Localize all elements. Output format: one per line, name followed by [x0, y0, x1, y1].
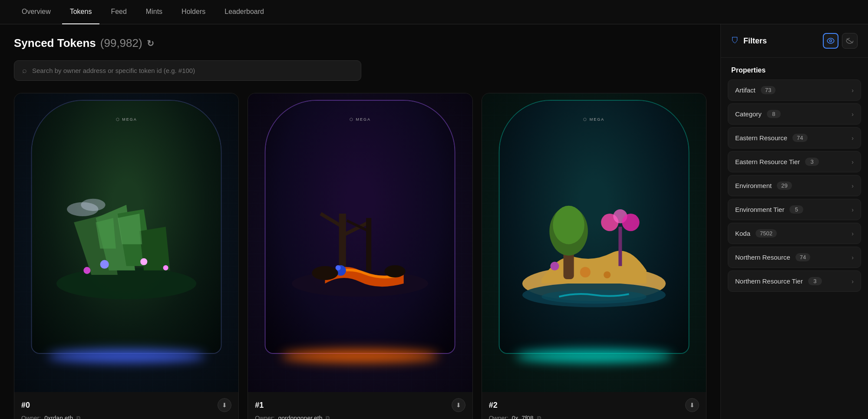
filter-badge-eastern-resource-tier: 3 — [805, 158, 819, 166]
svg-point-12 — [81, 199, 105, 211]
filter-left-eastern-resource: Eastern Resource 74 — [735, 134, 808, 142]
download-btn-1[interactable]: ⬇ — [452, 398, 465, 412]
filter-badge-category: 8 — [767, 110, 781, 118]
nav-item-leaderboard[interactable]: Leaderboard — [217, 0, 272, 24]
svg-point-36 — [830, 40, 832, 42]
filter-name-northern-resource-tier: Northern Resource Tier — [735, 277, 803, 285]
chevron-environment: › — [851, 182, 854, 189]
copy-icon-0[interactable]: ⧉ — [76, 415, 80, 419]
svg-point-9 — [83, 267, 90, 274]
nav-item-mints[interactable]: Mints — [138, 0, 170, 24]
filter-name-environment-tier: Environment Tier — [735, 206, 784, 213]
glow-2 — [515, 350, 672, 363]
glow-1 — [282, 350, 439, 363]
token-id-0: #0 — [21, 401, 30, 410]
filter-name-environment: Environment — [735, 182, 772, 189]
nav-item-feed[interactable]: Feed — [103, 0, 134, 24]
card-bg-2: ⬡ MEGA — [482, 93, 706, 392]
svg-marker-6 — [118, 214, 142, 244]
owner-row-2: Owner: 0x..7f08 ⧉ — [489, 415, 699, 419]
page-title: Synced Tokens (99,982) ↻ — [14, 36, 154, 50]
chevron-northern-resource: › — [851, 254, 854, 261]
chevron-northern-resource-tier: › — [851, 278, 854, 285]
filter-badge-environment: 29 — [777, 181, 792, 190]
view-btn-visible[interactable] — [823, 33, 838, 49]
chevron-koda: › — [851, 230, 854, 237]
filter-badge-environment-tier: 5 — [789, 205, 803, 214]
svg-point-27 — [553, 206, 584, 244]
token-image-1: ⬡ MEGA — [248, 93, 472, 392]
svg-point-33 — [580, 267, 591, 277]
filter-badge-artifact: 73 — [761, 86, 776, 94]
nav-item-holders[interactable]: Holders — [174, 0, 213, 24]
copy-icon-1[interactable]: ⧉ — [326, 415, 330, 419]
filter-row-environment-tier[interactable]: Environment Tier 5 › — [728, 199, 861, 220]
title-text: Synced Tokens — [14, 36, 96, 50]
header-row: Synced Tokens (99,982) ↻ — [14, 36, 706, 50]
filter-badge-northern-resource-tier: 3 — [808, 277, 822, 285]
filter-row-northern-resource-tier[interactable]: Northern Resource Tier 3 › — [728, 271, 861, 292]
filter-header: ⛉ Filters — [721, 24, 868, 58]
token-footer-2: #2 ⬇ Owner: 0x..7f08 ⧉ — [482, 392, 706, 419]
chevron-eastern-resource-tier: › — [851, 158, 854, 165]
island-art-2 — [506, 159, 681, 338]
filter-row-northern-resource[interactable]: Northern Resource 74 › — [728, 247, 861, 268]
svg-point-22 — [385, 265, 406, 277]
svg-point-32 — [541, 290, 647, 304]
card-bg-1: ⬡ MEGA — [248, 93, 472, 392]
token-card-2[interactable]: ⬡ MEGA #2 ⬇ Owner: 0x..7f08 ⧉ — [482, 93, 706, 419]
svg-point-8 — [140, 258, 147, 265]
chevron-eastern-resource: › — [851, 135, 854, 142]
token-card-0[interactable]: ⬡ MEGA #0 ⬇ Owner: 0xrdan.eth ⧉ — [14, 93, 239, 419]
svg-point-34 — [604, 271, 611, 278]
filter-row-artifact[interactable]: Artifact 73 › — [728, 79, 861, 101]
filter-row-koda[interactable]: Koda 7502 › — [728, 223, 861, 244]
filter-left-northern-resource: Northern Resource 74 — [735, 253, 810, 261]
glow-0 — [48, 350, 205, 363]
filter-row-eastern-resource-tier[interactable]: Eastern Resource Tier 3 › — [728, 151, 861, 172]
content-area: Synced Tokens (99,982) ↻ ⌕ — [0, 24, 720, 419]
svg-point-35 — [550, 262, 559, 271]
svg-point-10 — [163, 265, 168, 271]
filter-row-environment[interactable]: Environment 29 › — [728, 175, 861, 196]
owner-address-2: 0x..7f08 — [512, 415, 534, 419]
filter-name-koda: Koda — [735, 230, 750, 237]
card-logo-0: ⬡ MEGA — [116, 117, 137, 122]
svg-point-21 — [312, 266, 338, 280]
nav-item-tokens[interactable]: Tokens — [62, 0, 100, 24]
token-card-1[interactable]: ⬡ MEGA #1 ⬇ Owner: gordongoner.eth ⧉ — [248, 93, 472, 419]
token-id-row-2: #2 ⬇ — [489, 398, 699, 412]
filter-sidebar: ⛉ Filters Properties — [720, 24, 868, 419]
properties-label: Properties — [721, 58, 868, 79]
refresh-icon[interactable]: ↻ — [147, 38, 154, 49]
nav-item-overview[interactable]: Overview — [14, 0, 59, 24]
download-btn-2[interactable]: ⬇ — [685, 398, 699, 412]
search-icon: ⌕ — [22, 66, 27, 75]
chevron-environment-tier: › — [851, 206, 854, 213]
owner-label-2: Owner: — [489, 415, 508, 419]
filter-left-northern-resource-tier: Northern Resource Tier 3 — [735, 277, 822, 285]
filter-funnel-icon: ⛉ — [731, 36, 739, 46]
token-id-row-1: #1 ⬇ — [255, 398, 465, 412]
island-art-1 — [273, 159, 448, 338]
chevron-category: › — [851, 111, 854, 118]
copy-icon-2[interactable]: ⧉ — [537, 415, 541, 419]
filter-name-category: Category — [735, 110, 762, 118]
view-btn-hidden[interactable] — [842, 33, 858, 49]
card-bg-0: ⬡ MEGA — [14, 93, 238, 392]
search-input[interactable] — [32, 67, 353, 74]
filter-name-northern-resource: Northern Resource — [735, 254, 790, 261]
owner-address-0: 0xrdan.eth — [44, 415, 73, 419]
filter-badge-northern-resource: 74 — [795, 253, 810, 261]
filter-left-environment: Environment 29 — [735, 181, 792, 190]
token-footer-1: #1 ⬇ Owner: gordongoner.eth ⧉ — [248, 392, 472, 419]
token-id-2: #2 — [489, 401, 498, 410]
svg-point-7 — [100, 260, 109, 269]
filter-row-eastern-resource[interactable]: Eastern Resource 74 › — [728, 127, 861, 148]
token-id-1: #1 — [255, 401, 264, 410]
filter-row-category[interactable]: Category 8 › — [728, 103, 861, 125]
owner-row-1: Owner: gordongoner.eth ⧉ — [255, 415, 465, 419]
filter-badge-koda: 7502 — [756, 229, 777, 238]
download-btn-0[interactable]: ⬇ — [218, 398, 231, 412]
filter-left-koda: Koda 7502 — [735, 229, 777, 238]
